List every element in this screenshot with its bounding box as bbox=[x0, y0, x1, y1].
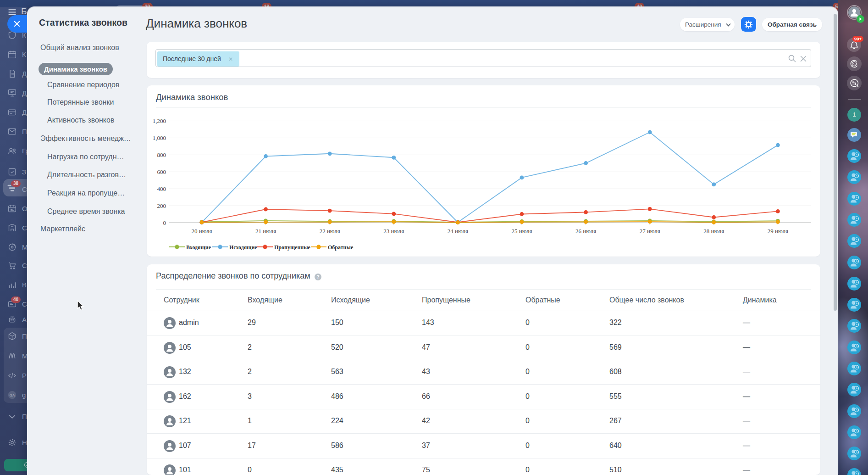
svg-text:600: 600 bbox=[157, 168, 166, 175]
svg-text:1,200: 1,200 bbox=[153, 117, 166, 124]
svg-text:200: 200 bbox=[157, 202, 166, 209]
svg-text:29 июля: 29 июля bbox=[768, 228, 788, 235]
svg-text:23 июля: 23 июля bbox=[383, 228, 404, 235]
svg-text:26 июля: 26 июля bbox=[575, 228, 596, 235]
svg-text:22 июля: 22 июля bbox=[320, 228, 340, 235]
svg-text:Исходящие: Исходящие bbox=[229, 244, 257, 251]
svg-text:400: 400 bbox=[157, 185, 166, 192]
svg-text:Пропущенные: Пропущенные bbox=[274, 244, 311, 251]
svg-text:800: 800 bbox=[157, 151, 166, 158]
svg-text:Обратные: Обратные bbox=[328, 244, 354, 251]
svg-text:1,000: 1,000 bbox=[153, 134, 166, 141]
svg-text:0: 0 bbox=[163, 219, 166, 226]
svg-text:21 июля: 21 июля bbox=[255, 228, 276, 235]
svg-text:24 июля: 24 июля bbox=[448, 228, 468, 235]
svg-text:25 июля: 25 июля bbox=[511, 228, 532, 235]
svg-text:20 июля: 20 июля bbox=[191, 228, 212, 235]
svg-text:Входящие: Входящие bbox=[186, 244, 211, 251]
svg-text:GA: GA bbox=[10, 393, 15, 397]
svg-text:27 июля: 27 июля bbox=[640, 228, 660, 235]
svg-text:28 июля: 28 июля bbox=[703, 228, 724, 235]
